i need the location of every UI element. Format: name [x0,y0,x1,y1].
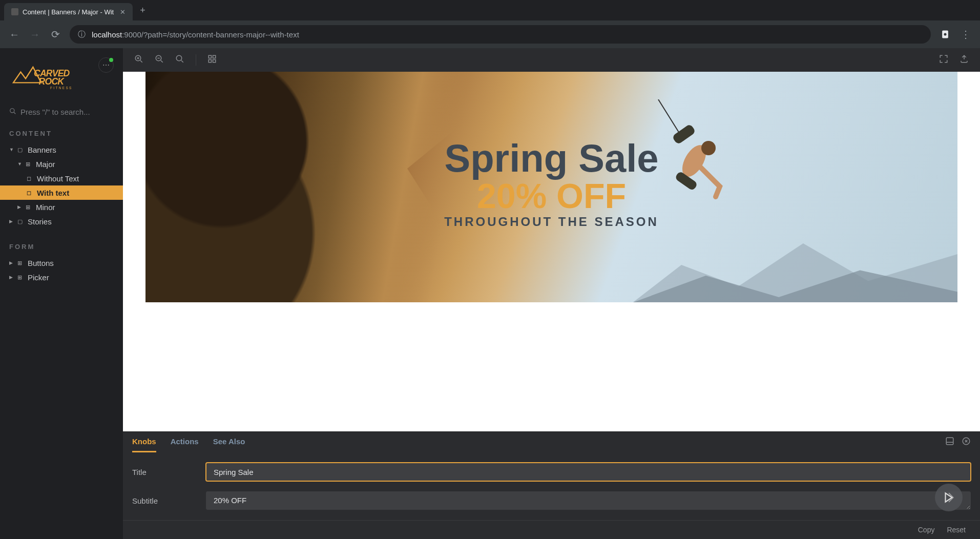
svg-point-15 [701,141,716,155]
toolbar-separator [196,54,196,66]
caret-right-icon: ▶ [9,260,14,265]
bookmark-icon: ◻ [27,190,34,196]
site-info-icon[interactable]: ⓘ [78,30,86,39]
knob-input-title[interactable] [206,463,971,481]
profile-icon[interactable] [939,28,951,40]
svg-point-8 [176,55,182,61]
caret-down-icon: ▼ [17,161,23,167]
tree-stories[interactable]: ▶▢Stories [0,214,123,229]
svg-rect-18 [946,438,953,445]
status-dot-icon [109,58,113,62]
preview-canvas: Spring Sale 20% OFF THROUGHOUT THE SEASO… [123,72,980,431]
tab-favicon-icon [11,8,18,15]
banner-body: THROUGHOUT THE SEASON [444,215,659,229]
knobs-reset-button[interactable]: Reset [942,524,971,536]
sidebar-menu-button[interactable]: ⋯ [98,57,114,73]
caret-right-icon: ▶ [17,204,23,210]
knobs-copy-button[interactable]: Copy [913,524,940,536]
tree-picker[interactable]: ▶⊞Picker [0,270,123,284]
tab-close-icon[interactable]: ✕ [120,8,126,16]
component-icon: ⊞ [17,274,25,281]
zoom-out-icon[interactable] [155,54,164,66]
open-external-icon[interactable] [960,54,969,66]
search-input[interactable]: Press "/" to search... [9,108,114,116]
component-icon: ⊞ [17,260,25,266]
reload-button[interactable]: ⟳ [49,28,61,40]
panel-close-icon[interactable] [962,437,971,448]
banner-subtitle: 20% OFF [444,180,659,212]
caret-right-icon: ▶ [9,275,14,280]
tree-major[interactable]: ▼⊞Major [0,157,123,171]
new-tab-button[interactable]: + [140,5,145,16]
knob-label-title: Title [132,468,194,476]
svg-rect-11 [208,60,211,63]
tree-banners[interactable]: ▼▢Banners [0,142,123,157]
url-bar[interactable]: ⓘ localhost:9000/?path=/story/content-ba… [70,25,931,44]
browser-chrome: Content | Banners / Major - Wit ✕ + ← → … [0,0,980,48]
addon-tab-knobs[interactable]: Knobs [132,432,156,452]
knob-label-subtitle: Subtitle [132,496,194,505]
zoom-reset-icon[interactable] [175,54,184,66]
forward-button[interactable]: → [29,29,41,40]
svg-point-1 [944,33,947,36]
section-content: CONTENT [0,127,123,142]
browser-menu-icon[interactable]: ⋮ [960,28,972,40]
svg-rect-12 [213,60,216,63]
folder-icon: ▢ [17,147,25,153]
nav-bar: ← → ⟳ ⓘ localhost:9000/?path=/story/cont… [0,20,980,48]
fullscreen-icon[interactable] [939,54,948,66]
tab-title: Content | Banners / Major - Wit [23,8,114,16]
addon-tab-see-also[interactable]: See Also [213,432,245,452]
climber-graphic [648,99,730,212]
play-overlay-icon[interactable] [935,484,963,511]
component-icon: ⊞ [26,161,33,168]
banner-component: Spring Sale 20% OFF THROUGHOUT THE SEASO… [145,72,957,302]
svg-rect-9 [208,55,211,58]
sidebar: CARVED ROCK FITNESS ⋯ Press "/" to searc… [0,48,123,539]
panel-position-icon[interactable] [945,437,954,448]
main-panel: Spring Sale 20% OFF THROUGHOUT THE SEASO… [123,48,980,539]
tree-story-with-text[interactable]: ◻With text [0,185,123,200]
bookmark-icon: ◻ [27,175,34,182]
zoom-in-icon[interactable] [134,54,143,66]
knob-input-subtitle[interactable] [206,491,971,510]
search-icon [9,108,16,116]
tree-minor[interactable]: ▶⊞Minor [0,200,123,214]
svg-text:ROCK: ROCK [39,76,65,87]
canvas-toolbar [123,48,980,72]
url-text: localhost:9000/?path=/story/content-bann… [92,30,299,39]
svg-text:FITNESS: FITNESS [50,86,73,90]
tab-bar: Content | Banners / Major - Wit ✕ + [0,0,980,20]
banner-title: Spring Sale [444,136,659,180]
svg-point-5 [10,109,14,113]
grid-icon[interactable] [207,54,217,66]
addons-panel: Knobs Actions See Also Title Subtitle [123,431,980,539]
addon-tab-actions[interactable]: Actions [171,432,199,452]
component-icon: ⊞ [26,204,33,211]
back-button[interactable]: ← [8,29,20,40]
banner-mountain-graphic [633,222,957,303]
logo: CARVED ROCK FITNESS [9,57,91,95]
browser-tab[interactable]: Content | Banners / Major - Wit ✕ [4,3,133,20]
tree-story-without-text[interactable]: ◻Without Text [0,171,123,185]
tree-buttons[interactable]: ▶⊞Buttons [0,256,123,270]
caret-down-icon: ▼ [9,147,14,152]
folder-icon: ▢ [17,218,25,225]
caret-right-icon: ▶ [9,219,14,224]
section-form: FORM [0,240,123,256]
svg-rect-10 [213,55,216,58]
search-placeholder: Press "/" to search... [20,108,90,116]
